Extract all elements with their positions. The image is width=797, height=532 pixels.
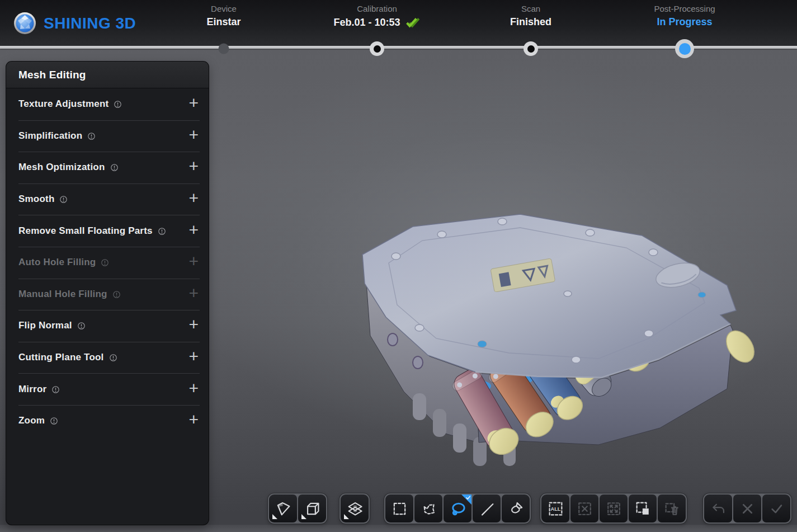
expand-plus-icon[interactable]: + bbox=[188, 190, 199, 206]
sidebar-item-label: Auto Hole Filling bbox=[18, 257, 96, 268]
toolbar-layer-group bbox=[339, 493, 370, 524]
sidebar-item-label: Mirror bbox=[18, 384, 46, 395]
info-icon[interactable] bbox=[158, 227, 166, 236]
polygon-select-button[interactable] bbox=[414, 495, 442, 522]
expand-plus-icon[interactable]: + bbox=[188, 316, 199, 333]
sidebar-item-mesh-optimization[interactable]: Mesh Optimization + bbox=[6, 152, 209, 183]
sidebar-item-label: Simplification bbox=[18, 130, 82, 142]
orthographic-view-button[interactable] bbox=[298, 495, 326, 522]
expand-plus-icon[interactable]: + bbox=[188, 348, 199, 365]
expand-plus-icon[interactable]: + bbox=[188, 126, 199, 143]
toolbar-selection-actions-group: ALL bbox=[540, 493, 687, 524]
sidebar-item-label: Smooth bbox=[18, 194, 54, 205]
step-status: In Progress bbox=[657, 16, 712, 28]
step-title: Post-Processing bbox=[654, 4, 715, 13]
sidebar-item-label: Flip Normal bbox=[18, 320, 72, 331]
undo-button[interactable] bbox=[704, 495, 732, 522]
rect-select-button[interactable] bbox=[385, 495, 413, 522]
cancel-button[interactable] bbox=[733, 495, 761, 522]
toolbar-view-group bbox=[268, 493, 327, 524]
step-dot-4 bbox=[675, 39, 694, 58]
expand-plus-icon[interactable]: + bbox=[188, 380, 199, 397]
info-icon[interactable] bbox=[109, 354, 117, 362]
sidebar-item-texture-adjustment[interactable]: Texture Adjustment + bbox=[6, 88, 209, 120]
sidebar-item-manual-hole-filling: Manual Hole Filling + bbox=[6, 279, 209, 310]
sidebar-item-remove-small-floating-parts[interactable]: Remove Small Floating Parts + bbox=[6, 215, 209, 247]
info-icon[interactable] bbox=[112, 290, 121, 299]
lasso-select-button[interactable] bbox=[444, 495, 471, 522]
line-select-button[interactable] bbox=[473, 495, 501, 522]
sidebar-item-mirror[interactable]: Mirror + bbox=[6, 373, 209, 405]
flyout-corner-marker bbox=[344, 514, 349, 519]
step-scan[interactable]: ScanFinished bbox=[510, 4, 551, 28]
step-post-processing[interactable]: Post-ProcessingIn Progress bbox=[654, 4, 715, 28]
info-icon[interactable] bbox=[50, 417, 58, 425]
sidebar-item-smooth[interactable]: Smooth + bbox=[6, 183, 209, 215]
step-title: Device bbox=[206, 4, 240, 13]
layers-button[interactable] bbox=[341, 495, 369, 522]
info-icon[interactable] bbox=[110, 163, 119, 172]
sidebar-item-label: Mesh Optimization bbox=[18, 162, 105, 173]
info-icon[interactable] bbox=[51, 385, 60, 394]
app-window: ALL Mesh Editing Texture Adjustment +Sim… bbox=[0, 0, 797, 532]
expand-plus-icon[interactable]: + bbox=[188, 158, 199, 175]
flyout-corner-marker bbox=[301, 514, 306, 519]
expand-plus-icon[interactable]: + bbox=[188, 285, 199, 302]
expand-selection-button[interactable] bbox=[600, 495, 628, 522]
select-through-button[interactable] bbox=[629, 495, 657, 522]
step-title: Calibration bbox=[333, 4, 420, 13]
top-header: SHINING 3D DeviceEinstarCalibrationFeb.0… bbox=[0, 0, 797, 46]
expand-plus-icon[interactable]: + bbox=[188, 95, 199, 111]
confirm-button[interactable] bbox=[762, 495, 790, 522]
info-icon[interactable] bbox=[77, 322, 86, 330]
sidebar-item-flip-normal[interactable]: Flip Normal + bbox=[6, 310, 209, 342]
step-dot-1 bbox=[219, 44, 229, 54]
step-dot-3 bbox=[524, 41, 538, 56]
step-title: Scan bbox=[510, 4, 551, 13]
step-dot-2 bbox=[370, 41, 384, 56]
toolbar-confirm-group bbox=[703, 493, 791, 524]
sidebar-item-label: Cutting Plane Tool bbox=[18, 352, 104, 363]
step-calibration[interactable]: CalibrationFeb.01 - 10:53 bbox=[333, 4, 420, 29]
success-check-icon bbox=[405, 17, 421, 29]
deselect-button[interactable] bbox=[570, 495, 598, 522]
expand-plus-icon[interactable]: + bbox=[188, 411, 199, 428]
viewport-floor bbox=[0, 525, 797, 532]
info-icon[interactable] bbox=[87, 132, 96, 140]
svg-text:ALL: ALL bbox=[550, 506, 560, 512]
info-icon[interactable] bbox=[101, 258, 109, 267]
brand-logo: SHINING 3D bbox=[13, 12, 136, 35]
brand-name: SHINING 3D bbox=[44, 15, 136, 32]
sidebar-item-label: Remove Small Floating Parts bbox=[18, 225, 153, 237]
expand-plus-icon[interactable]: + bbox=[188, 222, 199, 238]
step-status: Feb.01 - 10:53 bbox=[333, 17, 400, 29]
sidebar-item-zoom[interactable]: Zoom + bbox=[6, 405, 209, 437]
panel-title: Mesh Editing bbox=[18, 69, 86, 81]
step-status: Finished bbox=[510, 16, 551, 28]
mesh-editing-panel: Mesh Editing Texture Adjustment +Simplif… bbox=[6, 62, 209, 525]
model-3d-junction-box[interactable] bbox=[336, 199, 761, 473]
sidebar-item-label: Zoom bbox=[18, 415, 45, 426]
info-icon[interactable] bbox=[114, 100, 122, 109]
info-icon[interactable] bbox=[59, 195, 68, 204]
shining3d-logo-icon bbox=[13, 12, 36, 35]
select-all-button[interactable]: ALL bbox=[541, 495, 569, 522]
step-device[interactable]: DeviceEinstar bbox=[206, 4, 240, 28]
panel-header: Mesh Editing bbox=[6, 62, 209, 88]
sidebar-item-label: Manual Hole Filling bbox=[18, 289, 107, 300]
sidebar-item-auto-hole-filling: Auto Hole Filling + bbox=[6, 247, 209, 279]
delete-selection-button[interactable] bbox=[658, 495, 686, 522]
flyout-corner-marker bbox=[272, 514, 277, 519]
perspective-view-button[interactable] bbox=[269, 495, 297, 522]
expand-plus-icon[interactable]: + bbox=[188, 253, 199, 270]
sidebar-item-label: Texture Adjustment bbox=[18, 98, 109, 110]
brush-select-button[interactable] bbox=[502, 495, 530, 522]
active-check-badge bbox=[461, 495, 471, 505]
step-status: Einstar bbox=[206, 16, 240, 28]
sidebar-item-cutting-plane-tool[interactable]: Cutting Plane Tool + bbox=[6, 342, 209, 374]
toolbar-selection-tools-group bbox=[384, 493, 531, 524]
sidebar-item-simplification[interactable]: Simplification + bbox=[6, 120, 209, 152]
